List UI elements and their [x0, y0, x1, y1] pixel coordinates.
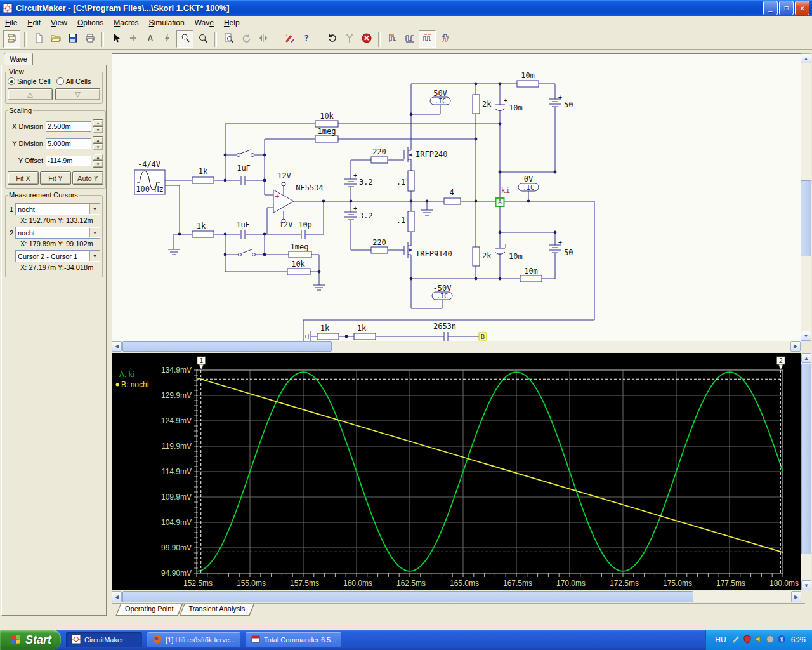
tab-wave[interactable]: Wave — [4, 53, 33, 66]
step-analysis-button[interactable] — [384, 31, 400, 47]
taskbar-task[interactable]: [1] Hifi erősítők terve... — [147, 632, 240, 647]
scroll-up-icon[interactable]: ▲ — [801, 353, 811, 363]
wave-hscrollbar[interactable]: ◀ ▶ — [112, 591, 801, 602]
tab-operating-point[interactable]: Operating Point — [115, 604, 183, 616]
spin-up-icon[interactable]: ▲ — [93, 119, 103, 126]
schematic-label: 2653n — [433, 322, 456, 331]
waveform-viewer[interactable]: 134.9mV129.9mV124.9mV119.9mV114.9mV109.9… — [112, 353, 801, 590]
taskbar-task[interactable]: Total Commander 6.5... — [246, 632, 341, 647]
taskbar-task[interactable]: CircuitMaker — [66, 632, 142, 647]
minimize-button[interactable]: ▁ — [763, 1, 778, 15]
schematic-vscrollbar[interactable]: ▲ ▼ — [801, 53, 811, 341]
fit-x-button[interactable]: Fit X — [8, 171, 39, 185]
print-button[interactable] — [82, 31, 98, 47]
window-title: CircuitMaker - [C:\Program Files\...\Sko… — [16, 3, 230, 13]
stop-button[interactable] — [358, 31, 374, 47]
menu-edit[interactable]: Edit — [22, 17, 46, 29]
parts-browser-button[interactable] — [3, 30, 20, 48]
spin-down-icon[interactable]: ▼ — [93, 143, 103, 150]
spin-down-icon[interactable]: ▼ — [93, 161, 103, 168]
y-offset-input[interactable] — [46, 156, 91, 166]
volume-icon[interactable] — [754, 635, 763, 646]
spin-up-icon[interactable]: ▲ — [93, 154, 103, 161]
start-button[interactable]: Start — [0, 630, 61, 650]
auto-y-button[interactable]: Auto Y — [72, 171, 103, 185]
arrow-tool-button[interactable] — [108, 31, 124, 47]
analysis-tabs: Operating PointTransient Analysis — [112, 603, 805, 618]
scroll-right-icon[interactable]: ▶ — [791, 591, 801, 602]
x-tick-label: 180.0ms — [769, 579, 799, 588]
reset-button[interactable] — [324, 31, 340, 47]
wave-vscrollbar[interactable]: ▲ ▼ — [801, 353, 811, 590]
radio-all-cells[interactable]: All Cells — [56, 77, 91, 85]
open-file-button[interactable] — [48, 31, 63, 47]
menu-options[interactable]: Options — [72, 17, 108, 29]
menu-view[interactable]: View — [46, 17, 72, 29]
cell-down-button[interactable]: ▽ — [55, 88, 100, 100]
schematic-label: + — [504, 242, 508, 249]
menu-macros[interactable]: Macros — [108, 17, 143, 29]
schematic-label: 2k — [482, 100, 492, 109]
zoom-select-tool-button[interactable] — [176, 30, 193, 48]
schematic-label: .IC — [436, 293, 448, 300]
scroll-up-icon[interactable]: ▲ — [801, 53, 811, 63]
cursor-1-trace-select[interactable]: nocht▼ — [15, 203, 100, 215]
menu-help[interactable]: Help — [219, 17, 245, 29]
cursor-diff-select[interactable]: Cursor 2 - Cursor 1▼ — [15, 250, 100, 262]
mixed-wave-button[interactable] — [437, 31, 453, 47]
tab-transient-analysis[interactable]: Transient Analysis — [179, 604, 254, 616]
menu-simulation[interactable]: Simulation — [144, 17, 190, 29]
digital-wave-button[interactable] — [402, 31, 417, 47]
zoom-tool-button[interactable] — [195, 31, 211, 47]
wave-panel: Wave View Single Cell All Cells △ ▽ Scal… — [0, 51, 109, 617]
schematic-label: -4/4V — [138, 160, 160, 169]
x-tick-label: 175.0ms — [663, 579, 692, 588]
search-part-button[interactable] — [221, 31, 237, 47]
bluetooth-icon[interactable] — [777, 635, 786, 646]
x-tick-label: 165.0ms — [450, 579, 479, 588]
cursor-2-trace-select[interactable]: nocht▼ — [15, 227, 100, 239]
help-button[interactable]: ? — [298, 31, 314, 47]
save-file-button[interactable] — [65, 31, 81, 47]
taskbar: Start CircuitMaker[1] Hifi erősítők terv… — [0, 630, 812, 650]
pen-tablet-icon[interactable] — [731, 635, 740, 646]
fit-y-button[interactable]: Fit Y — [40, 171, 71, 185]
probe-bolt-tool-button[interactable] — [159, 31, 175, 47]
schematic-label: 1k — [197, 222, 206, 230]
schematic-label: 1uF — [237, 164, 251, 173]
cell-up-button[interactable]: △ — [8, 88, 53, 100]
x-division-input[interactable] — [46, 121, 91, 132]
menu-wave[interactable]: Wave — [190, 17, 219, 29]
schematic-label: 50 — [564, 100, 573, 109]
y-tick-label: 99.90mV — [161, 543, 192, 552]
scroll-down-icon[interactable]: ▼ — [801, 331, 811, 341]
schematic-hscrollbar[interactable]: ◀ ▶ — [112, 341, 801, 352]
menu-file[interactable]: File — [0, 17, 22, 29]
language-indicator[interactable]: HU — [715, 635, 726, 644]
maximize-button[interactable]: ❐ — [779, 1, 794, 15]
text-tool-button[interactable]: A — [142, 31, 158, 47]
close-button[interactable]: ✕ — [795, 1, 809, 15]
spin-down-icon[interactable]: ▼ — [93, 126, 103, 133]
simulation-setup-button[interactable] — [281, 31, 297, 47]
scroll-down-icon[interactable]: ▼ — [801, 580, 811, 590]
split-view-icon — [258, 33, 268, 46]
scroll-right-icon[interactable]: ▶ — [790, 341, 801, 352]
y-tick-label: 134.9mV — [161, 366, 192, 375]
update-icon[interactable] — [766, 635, 775, 646]
new-file-button[interactable] — [30, 31, 46, 47]
y-division-input[interactable] — [46, 138, 91, 149]
rotate-button[interactable] — [238, 31, 254, 47]
probe-y-button[interactable] — [341, 31, 357, 47]
radio-single-cell[interactable]: Single Cell — [8, 77, 51, 85]
pulse-wave-button[interactable] — [419, 30, 436, 48]
wire-plus-tool-button[interactable] — [125, 31, 141, 47]
scroll-left-icon[interactable]: ◀ — [112, 341, 122, 352]
security-shield-icon[interactable] — [743, 635, 752, 646]
schematic-canvas[interactable]: -4/4V100 Hz1k1uF10k1meg12VNE5534-12V10p1… — [112, 53, 801, 341]
scroll-left-icon[interactable]: ◀ — [112, 591, 122, 602]
spin-up-icon[interactable]: ▲ — [93, 136, 103, 143]
toolbar-separator — [102, 32, 104, 47]
split-view-button[interactable] — [255, 31, 271, 47]
toolbar-separator — [214, 32, 217, 47]
